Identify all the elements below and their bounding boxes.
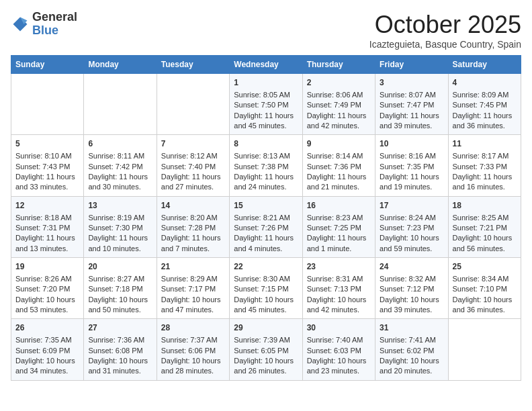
day-number: 15 <box>234 200 298 212</box>
day-info-line: Sunset: 7:49 PM <box>307 100 371 110</box>
day-number: 10 <box>380 138 443 150</box>
day-cell-26: 26Sunrise: 7:35 AMSunset: 6:09 PMDayligh… <box>11 319 84 380</box>
day-number: 20 <box>88 261 152 273</box>
day-cell-9: 9Sunrise: 8:14 AMSunset: 7:36 PMDaylight… <box>302 135 375 196</box>
day-cell-7: 7Sunrise: 8:12 AMSunset: 7:40 PMDaylight… <box>157 135 229 196</box>
day-info-line: Daylight: 11 hours and 10 minutes. <box>88 233 152 254</box>
calendar-table: SundayMondayTuesdayWednesdayThursdayFrid… <box>11 55 521 381</box>
svg-marker-0 <box>13 17 28 31</box>
day-info-line: Sunrise: 7:40 AM <box>307 335 371 345</box>
day-info-line: Sunset: 7:38 PM <box>234 162 298 172</box>
day-cell-29: 29Sunrise: 7:39 AMSunset: 6:05 PMDayligh… <box>230 319 302 380</box>
day-info-line: Sunset: 7:36 PM <box>307 162 371 172</box>
day-info-line: Sunset: 7:33 PM <box>453 162 517 172</box>
day-info-line: Daylight: 11 hours and 13 minutes. <box>15 233 79 254</box>
day-info-line: Daylight: 10 hours and 20 minutes. <box>380 356 443 377</box>
page-header: General Blue October 2025 Icazteguieta, … <box>11 11 521 50</box>
day-info-line: Daylight: 11 hours and 45 minutes. <box>234 111 298 132</box>
day-info-line: Daylight: 11 hours and 1 minute. <box>307 233 371 254</box>
day-info-line: Sunset: 7:47 PM <box>380 100 443 110</box>
day-info-line: Sunset: 7:26 PM <box>234 223 298 233</box>
day-cell-5: 5Sunrise: 8:10 AMSunset: 7:43 PMDaylight… <box>11 135 84 196</box>
day-info-line: Sunrise: 8:14 AM <box>307 151 371 161</box>
day-info-line: Daylight: 10 hours and 23 minutes. <box>307 356 371 377</box>
day-cell-20: 20Sunrise: 8:27 AMSunset: 7:18 PMDayligh… <box>84 258 157 319</box>
day-info-line: Sunrise: 7:41 AM <box>380 335 443 345</box>
day-info-line: Sunrise: 8:34 AM <box>453 274 517 284</box>
month-title: October 2025 <box>369 11 521 39</box>
day-info-line: Sunset: 7:17 PM <box>161 284 225 294</box>
day-number: 14 <box>161 200 225 212</box>
day-info-line: Daylight: 10 hours and 56 minutes. <box>453 233 517 254</box>
day-info-line: Sunrise: 8:32 AM <box>380 274 443 284</box>
day-info-line: Sunset: 7:10 PM <box>453 284 517 294</box>
weekday-header-saturday: Saturday <box>448 56 521 74</box>
day-info-line: Sunrise: 8:10 AM <box>15 151 79 161</box>
empty-cell <box>11 74 84 135</box>
day-info-line: Sunset: 7:45 PM <box>453 100 517 110</box>
day-info-line: Sunset: 7:15 PM <box>234 284 298 294</box>
day-number: 24 <box>380 261 443 273</box>
day-number: 5 <box>15 138 79 150</box>
day-info-line: Daylight: 10 hours and 28 minutes. <box>161 356 225 377</box>
day-info-line: Sunset: 7:25 PM <box>307 223 371 233</box>
day-info-line: Sunset: 7:18 PM <box>88 284 152 294</box>
day-cell-17: 17Sunrise: 8:24 AMSunset: 7:23 PMDayligh… <box>375 196 448 257</box>
week-row-4: 19Sunrise: 8:26 AMSunset: 7:20 PMDayligh… <box>11 258 521 319</box>
day-number: 12 <box>15 200 79 212</box>
day-info-line: Daylight: 11 hours and 33 minutes. <box>15 172 79 193</box>
day-info-line: Sunrise: 8:16 AM <box>380 151 443 161</box>
day-info-line: Sunset: 7:31 PM <box>15 223 79 233</box>
day-cell-16: 16Sunrise: 8:23 AMSunset: 7:25 PMDayligh… <box>302 196 375 257</box>
day-number: 6 <box>88 138 152 150</box>
weekday-header-thursday: Thursday <box>302 56 375 74</box>
day-cell-10: 10Sunrise: 8:16 AMSunset: 7:35 PMDayligh… <box>375 135 448 196</box>
day-info-line: Sunset: 7:50 PM <box>234 100 298 110</box>
day-info-line: Sunrise: 8:12 AM <box>161 151 225 161</box>
day-number: 9 <box>307 138 371 150</box>
day-info-line: Sunset: 7:20 PM <box>15 284 79 294</box>
day-cell-21: 21Sunrise: 8:29 AMSunset: 7:17 PMDayligh… <box>157 258 229 319</box>
day-info-line: Sunrise: 8:31 AM <box>307 274 371 284</box>
location-subtitle: Icazteguieta, Basque Country, Spain <box>369 39 521 50</box>
day-info-line: Sunrise: 8:20 AM <box>161 213 225 223</box>
day-info-line: Sunset: 7:30 PM <box>88 223 152 233</box>
day-number: 4 <box>453 77 517 89</box>
day-info-line: Sunrise: 8:23 AM <box>307 213 371 223</box>
empty-cell <box>448 319 521 380</box>
day-number: 29 <box>234 322 298 334</box>
day-number: 19 <box>15 261 79 273</box>
day-cell-1: 1Sunrise: 8:05 AMSunset: 7:50 PMDaylight… <box>230 74 302 135</box>
day-number: 27 <box>88 322 152 334</box>
day-info-line: Sunrise: 7:35 AM <box>15 335 79 345</box>
day-number: 1 <box>234 77 298 89</box>
weekday-header-sunday: Sunday <box>11 56 84 74</box>
day-info-line: Daylight: 11 hours and 36 minutes. <box>453 111 517 132</box>
logo-blue-text: Blue <box>32 24 77 38</box>
day-info-line: Sunrise: 8:05 AM <box>234 90 298 100</box>
week-row-1: 1Sunrise: 8:05 AMSunset: 7:50 PMDaylight… <box>11 74 521 135</box>
day-info-line: Sunrise: 8:17 AM <box>453 151 517 161</box>
day-cell-14: 14Sunrise: 8:20 AMSunset: 7:28 PMDayligh… <box>157 196 229 257</box>
day-cell-24: 24Sunrise: 8:32 AMSunset: 7:12 PMDayligh… <box>375 258 448 319</box>
day-number: 30 <box>307 322 371 334</box>
day-cell-8: 8Sunrise: 8:13 AMSunset: 7:38 PMDaylight… <box>230 135 302 196</box>
day-info-line: Sunset: 7:13 PM <box>307 284 371 294</box>
day-cell-15: 15Sunrise: 8:21 AMSunset: 7:26 PMDayligh… <box>230 196 302 257</box>
day-info-line: Sunrise: 8:11 AM <box>88 151 152 161</box>
day-info-line: Sunrise: 7:37 AM <box>161 335 225 345</box>
day-info-line: Daylight: 10 hours and 36 minutes. <box>453 295 517 316</box>
day-number: 23 <box>307 261 371 273</box>
logo: General Blue <box>11 11 77 38</box>
day-info-line: Sunrise: 8:13 AM <box>234 151 298 161</box>
day-info-line: Sunset: 7:40 PM <box>161 162 225 172</box>
day-info-line: Daylight: 10 hours and 34 minutes. <box>15 356 79 377</box>
day-info-line: Daylight: 11 hours and 19 minutes. <box>380 172 443 193</box>
day-info-line: Daylight: 10 hours and 53 minutes. <box>15 295 79 316</box>
day-number: 2 <box>307 77 371 89</box>
day-info-line: Daylight: 11 hours and 24 minutes. <box>234 172 298 193</box>
day-info-line: Daylight: 10 hours and 42 minutes. <box>307 295 371 316</box>
day-cell-30: 30Sunrise: 7:40 AMSunset: 6:03 PMDayligh… <box>302 319 375 380</box>
day-cell-31: 31Sunrise: 7:41 AMSunset: 6:02 PMDayligh… <box>375 319 448 380</box>
day-info-line: Sunrise: 8:21 AM <box>234 213 298 223</box>
